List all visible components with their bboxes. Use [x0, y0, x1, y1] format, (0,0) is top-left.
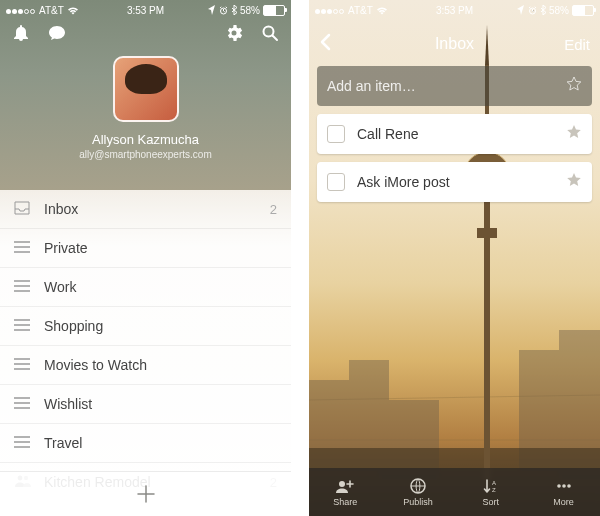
svg-rect-16 [477, 228, 497, 238]
list-row-shopping[interactable]: Shopping [0, 306, 291, 345]
add-item-placeholder: Add an item… [327, 78, 566, 94]
task-checkbox[interactable] [327, 173, 345, 191]
profile-email: ally@smartphoneexperts.com [0, 149, 291, 160]
avatar [113, 56, 179, 122]
plus-icon [135, 483, 157, 505]
bottom-tabbar: Share Publish AZ Sort More [309, 468, 600, 516]
tab-label: Sort [483, 497, 500, 507]
list-row-work[interactable]: Work [0, 267, 291, 306]
task-checkbox[interactable] [327, 125, 345, 143]
share-icon [336, 477, 354, 495]
task-label: Call Rene [357, 126, 566, 142]
tab-label: More [553, 497, 574, 507]
svg-point-18 [339, 481, 345, 487]
tab-label: Publish [403, 497, 433, 507]
bell-icon[interactable] [12, 24, 30, 42]
profile-block[interactable]: Allyson Kazmucha ally@smartphoneexperts.… [0, 56, 291, 160]
list-row-inbox[interactable]: Inbox 2 [0, 190, 291, 228]
tab-more[interactable]: More [527, 468, 600, 516]
list-icon [14, 396, 32, 412]
battery-icon [572, 5, 594, 16]
add-list-button[interactable] [0, 471, 291, 516]
list-row-label: Work [44, 279, 277, 295]
task-card[interactable]: Call Rene [317, 114, 592, 154]
star-outline-icon[interactable] [566, 76, 582, 96]
screen-title: Inbox [309, 35, 600, 53]
list-icon [14, 240, 32, 256]
star-toggle[interactable] [566, 172, 582, 192]
left-screen: AT&T 3:53 PM 58% [0, 0, 291, 516]
list-icon [14, 357, 32, 373]
sort-icon: AZ [482, 477, 500, 495]
svg-text:Z: Z [492, 487, 496, 493]
tab-label: Share [333, 497, 357, 507]
list-row-label: Movies to Watch [44, 357, 277, 373]
more-icon [555, 477, 573, 495]
svg-point-23 [562, 484, 566, 488]
list-row-count: 2 [270, 202, 277, 217]
task-card[interactable]: Ask iMore post [317, 162, 592, 202]
add-item-field[interactable]: Add an item… [317, 66, 592, 106]
list-row-movies[interactable]: Movies to Watch [0, 345, 291, 384]
list-row-label: Travel [44, 435, 277, 451]
task-label: Ask iMore post [357, 174, 566, 190]
svg-point-22 [557, 484, 561, 488]
list-row-wishlist[interactable]: Wishlist [0, 384, 291, 423]
gear-icon[interactable] [225, 24, 243, 42]
list-icon [14, 318, 32, 334]
list-row-label: Shopping [44, 318, 277, 334]
battery-icon [263, 5, 285, 16]
tab-sort[interactable]: AZ Sort [455, 468, 528, 516]
profile-name: Allyson Kazmucha [0, 132, 291, 147]
tab-share[interactable]: Share [309, 468, 382, 516]
right-screen: AT&T 3:53 PM 58% Inbox Edit Add an it [309, 0, 600, 516]
list-icon [14, 435, 32, 451]
globe-icon [409, 477, 427, 495]
star-toggle[interactable] [566, 124, 582, 144]
status-bar: AT&T 3:53 PM 58% [0, 0, 291, 20]
status-bar: AT&T 3:53 PM 58% [309, 0, 600, 20]
svg-text:A: A [492, 480, 496, 486]
lists-panel[interactable]: Inbox 2 Private Work Shopping Movies to … [0, 190, 291, 472]
chat-icon[interactable] [48, 24, 66, 42]
svg-point-24 [567, 484, 571, 488]
list-row-label: Inbox [44, 201, 270, 217]
status-time: 3:53 PM [0, 5, 291, 16]
list-icon [14, 279, 32, 295]
search-icon[interactable] [261, 24, 279, 42]
list-row-private[interactable]: Private [0, 228, 291, 267]
list-row-label: Wishlist [44, 396, 277, 412]
list-row-travel[interactable]: Travel [0, 423, 291, 462]
tab-publish[interactable]: Publish [382, 468, 455, 516]
inbox-icon [14, 201, 32, 218]
list-row-label: Private [44, 240, 277, 256]
status-time: 3:53 PM [309, 5, 600, 16]
